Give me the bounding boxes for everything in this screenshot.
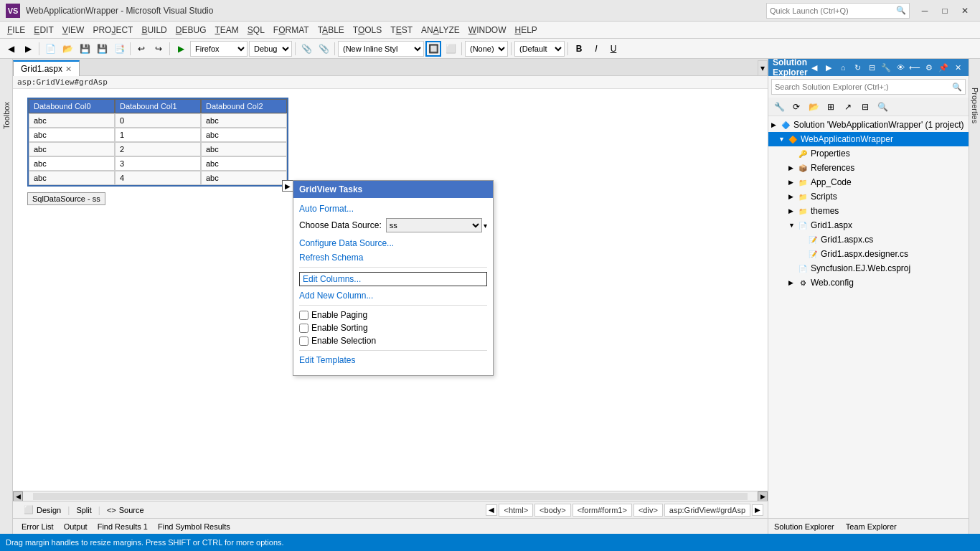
breadcrumb-form[interactable]: <form#form1> — [573, 504, 632, 517]
se-settings[interactable]: ⚙ — [923, 61, 936, 74]
browser-select[interactable]: Firefox — [190, 41, 248, 57]
se-toolbar-btn6[interactable]: ⊟ — [857, 99, 873, 115]
class-select[interactable]: (None) — [465, 41, 508, 57]
scroll-left[interactable]: ◀ — [13, 491, 23, 501]
tab-find-symbol-results[interactable]: Find Symbol Results — [154, 520, 235, 533]
se-footer-solution-explorer[interactable]: Solution Explorer — [771, 521, 837, 532]
properties-label[interactable]: Properties — [971, 88, 979, 123]
menu-team[interactable]: TEAM — [210, 23, 242, 37]
enable-paging-checkbox[interactable] — [299, 311, 308, 320]
toolbar-open[interactable]: 📂 — [60, 41, 75, 57]
tab-source[interactable]: <> Source — [100, 503, 151, 517]
se-forward[interactable]: ▶ — [822, 61, 835, 74]
properties-sidebar[interactable]: Properties — [969, 59, 980, 534]
toolbar-new[interactable]: 📄 — [42, 41, 58, 57]
toolbar-forward[interactable]: ▶ — [20, 41, 36, 57]
tree-webconfig[interactable]: ▶ ⚙ Web.config — [768, 276, 969, 290]
breadcrumb-html[interactable]: <html> — [499, 504, 533, 517]
refresh-schema-link[interactable]: Refresh Schema — [299, 253, 487, 263]
tree-grid1designercs[interactable]: 📝 Grid1.aspx.designer.cs — [768, 247, 969, 261]
configure-datasource-link[interactable]: Configure Data Source... — [299, 238, 487, 248]
restore-button[interactable]: □ — [936, 4, 954, 18]
menu-debug[interactable]: DEBUG — [171, 23, 211, 37]
tree-properties[interactable]: 🔑 Properties — [768, 146, 969, 161]
tab-design[interactable]: ⬜ Design — [17, 503, 67, 517]
tree-grid1aspx[interactable]: ▼ 📄 Grid1.aspx — [768, 218, 969, 232]
breadcrumb-body[interactable]: <body> — [534, 504, 571, 517]
menu-tools[interactable]: TOOLS — [349, 23, 386, 37]
menu-test[interactable]: TEST — [386, 23, 417, 37]
smart-tag-arrow[interactable]: ▶ — [282, 180, 293, 192]
menu-format[interactable]: FORMAT — [269, 23, 314, 37]
se-home[interactable]: ⌂ — [837, 61, 849, 74]
tabs-overflow[interactable]: ▾ — [758, 60, 768, 76]
horizontal-scrollbar[interactable]: ◀ ▶ — [13, 491, 768, 501]
se-toolbar-btn5[interactable]: ↗ — [840, 99, 856, 115]
datasource-select[interactable]: ss — [386, 218, 482, 232]
edit-columns-link[interactable]: Edit Columns... — [299, 272, 487, 286]
se-search-input[interactable] — [775, 83, 952, 91]
scroll-track[interactable] — [33, 493, 748, 500]
gridview-table[interactable]: Databound Col0 Databound Col1 Databound … — [27, 98, 288, 187]
tree-project[interactable]: ▼ 🔶 WebApplicationWrapper — [768, 132, 969, 146]
menu-view[interactable]: VIEW — [58, 23, 89, 37]
toolbar-italic[interactable]: I — [588, 41, 604, 57]
tab-output[interactable]: Output — [60, 520, 92, 533]
se-toolbar-btn7[interactable]: 🔍 — [875, 99, 890, 115]
se-footer-team-explorer[interactable]: Team Explorer — [843, 521, 900, 532]
se-toolbar-btn1[interactable]: 🔧 — [771, 99, 787, 115]
toolbar-attach[interactable]: 📎 — [298, 41, 314, 57]
menu-help[interactable]: HELP — [510, 23, 541, 37]
breadcrumb-gridview[interactable]: asp:GridView#grdAsp — [664, 504, 750, 517]
se-filter[interactable]: ⟵ — [908, 61, 921, 74]
se-back[interactable]: ◀ — [808, 61, 821, 74]
toolbox-label[interactable]: Toolbox — [2, 102, 11, 129]
menu-file[interactable]: FILE — [3, 23, 29, 37]
enable-selection-checkbox[interactable] — [299, 336, 308, 346]
close-button[interactable]: ✕ — [956, 4, 974, 18]
block-select[interactable]: (Default — [514, 41, 565, 57]
menu-edit[interactable]: EDIT — [29, 23, 57, 37]
breadcrumb-div[interactable]: <div> — [633, 504, 663, 517]
menu-table[interactable]: TABLE — [314, 23, 349, 37]
toolbar-saveall[interactable]: 💾 — [94, 41, 110, 57]
tree-solution[interactable]: ▶ 🔷 Solution 'WebApplicationWrapper' (1 … — [768, 118, 969, 132]
toolbar-redo[interactable]: ↪ — [151, 41, 166, 57]
tab-grid1-aspx[interactable]: Grid1.aspx ✕ — [13, 60, 80, 76]
tab-split[interactable]: Split — [70, 503, 98, 517]
toolbar-underline[interactable]: U — [606, 41, 621, 57]
toolbar-saveselected[interactable]: 📑 — [111, 41, 127, 57]
dropdown-arrow[interactable]: ▾ — [484, 222, 487, 230]
add-new-column-link[interactable]: Add New Column... — [299, 291, 487, 301]
breadcrumb-next[interactable]: ▶ — [752, 504, 763, 516]
se-preview[interactable]: 👁 — [894, 61, 907, 74]
menu-sql[interactable]: SQL — [243, 23, 269, 37]
menu-window[interactable]: WINDOW — [464, 23, 511, 37]
se-refresh[interactable]: ↻ — [851, 61, 864, 74]
toolbar-undo[interactable]: ↩ — [133, 41, 149, 57]
quick-launch-input[interactable] — [770, 6, 896, 15]
se-toolbar-btn3[interactable]: 📂 — [806, 99, 821, 115]
minimize-button[interactable]: ─ — [915, 4, 934, 18]
quick-launch-box[interactable]: 🔍 — [766, 3, 910, 19]
tree-grid1aspxcs[interactable]: 📝 Grid1.aspx.cs — [768, 232, 969, 247]
breadcrumb-prev[interactable]: ◀ — [486, 504, 497, 516]
tree-appcode[interactable]: ▶ 📁 App_Code — [768, 175, 969, 189]
toolbar-save[interactable]: 💾 — [77, 41, 93, 57]
tree-csproj[interactable]: 📄 Syncfusion.EJ.Web.csproj — [768, 261, 969, 276]
tree-references[interactable]: ▶ 📦 References — [768, 161, 969, 175]
se-close[interactable]: ✕ — [951, 61, 964, 74]
tab-find-results-1[interactable]: Find Results 1 — [93, 520, 152, 533]
enable-sorting-checkbox[interactable] — [299, 324, 308, 333]
se-collapse[interactable]: ⊟ — [865, 61, 878, 74]
se-toolbar-btn2[interactable]: ⟳ — [788, 99, 804, 115]
toolbar-bold[interactable]: B — [571, 41, 587, 57]
scroll-right[interactable]: ▶ — [758, 491, 768, 501]
auto-format-link[interactable]: Auto Format... — [299, 204, 487, 214]
toolbar-style1[interactable]: 🔲 — [425, 41, 441, 57]
se-pin[interactable]: 📌 — [937, 61, 950, 74]
tree-themes[interactable]: ▶ 📁 themes — [768, 204, 969, 218]
menu-build[interactable]: BUILD — [137, 23, 171, 37]
style-select[interactable]: (New Inline Styl — [338, 41, 424, 57]
tab-error-list[interactable]: Error List — [17, 520, 58, 533]
